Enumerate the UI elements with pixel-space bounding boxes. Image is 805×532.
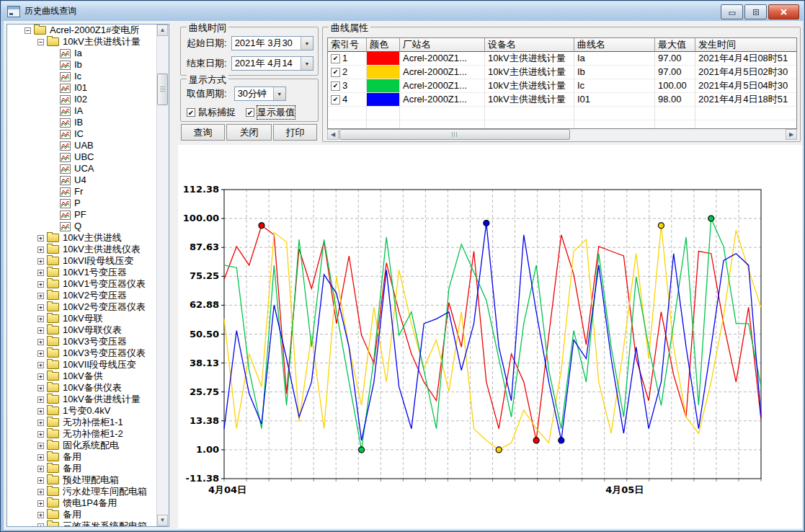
- table-row[interactable]: ✔1Acrel-2000Z1...10kV主供进线计量Ia97.002021年4…: [328, 52, 796, 66]
- expand-icon[interactable]: +: [37, 454, 44, 461]
- tree-item[interactable]: +10kV1号变压器: [7, 267, 157, 278]
- tree-item[interactable]: +10kV主供进线仪表: [7, 244, 157, 255]
- expand-icon[interactable]: +: [37, 477, 44, 484]
- tree-item[interactable]: +10kV备供仪表: [7, 382, 157, 394]
- chevron-down-icon[interactable]: ▼: [273, 87, 285, 100]
- checkbox-icon[interactable]: ✔: [187, 108, 195, 117]
- column-header[interactable]: 设备名: [485, 38, 574, 52]
- table-row[interactable]: ✔4Acrel-2000Z1...10kV主供进线计量I0198.002021年…: [328, 93, 796, 107]
- column-header[interactable]: 最大值: [655, 38, 695, 52]
- expand-icon[interactable]: +: [37, 270, 44, 276]
- column-header[interactable]: 索引号: [328, 38, 367, 52]
- column-header[interactable]: 发生时间: [695, 38, 797, 52]
- collapse-icon[interactable]: −: [25, 27, 31, 34]
- tree-item[interactable]: +三效蒸发系统配电箱: [7, 520, 157, 526]
- mouse-capture-checkbox[interactable]: ✔ 鼠标捕捉: [187, 106, 236, 119]
- row-checkbox[interactable]: ✔: [331, 54, 340, 63]
- expand-icon[interactable]: +: [37, 235, 44, 241]
- expand-icon[interactable]: +: [37, 443, 44, 449]
- tree-item[interactable]: +无功补偿柜1-1: [7, 417, 157, 428]
- query-button[interactable]: 查询: [181, 124, 225, 141]
- tree-item[interactable]: P: [7, 198, 157, 209]
- scroll-left-button[interactable]: ◀: [327, 129, 339, 140]
- tree-item[interactable]: I02: [7, 94, 157, 105]
- scroll-up-button[interactable]: ▲: [157, 25, 168, 36]
- expand-icon[interactable]: +: [37, 466, 44, 472]
- titlebar[interactable]: 历史曲线查询: [1, 1, 804, 21]
- tree-item[interactable]: UCA: [7, 163, 157, 174]
- row-checkbox[interactable]: ✔: [331, 68, 340, 77]
- row-checkbox[interactable]: ✔: [331, 81, 340, 91]
- tree-item[interactable]: Fr: [7, 186, 157, 198]
- expand-icon[interactable]: +: [37, 512, 44, 518]
- column-header[interactable]: 曲线名: [574, 38, 655, 52]
- close-dialog-button[interactable]: 关闭: [226, 124, 272, 141]
- tree-item[interactable]: UBC: [7, 151, 157, 163]
- table-row[interactable]: ✔3Acrel-2000Z1...10kV主供进线计量Ic100.002021年…: [328, 79, 796, 93]
- tree-item[interactable]: IB: [7, 117, 157, 128]
- tree-item[interactable]: IC: [7, 128, 157, 140]
- expand-icon[interactable]: +: [37, 327, 44, 334]
- tree-item[interactable]: +10kV母联: [7, 313, 157, 324]
- expand-icon[interactable]: +: [37, 258, 44, 265]
- expand-icon[interactable]: +: [37, 396, 44, 403]
- tree-item[interactable]: +预处理配电箱: [7, 474, 157, 486]
- tree-item[interactable]: +污水处理车间配电箱: [7, 486, 157, 497]
- tree-item[interactable]: Ib: [7, 59, 157, 71]
- expand-icon[interactable]: +: [37, 316, 44, 322]
- expand-icon[interactable]: +: [37, 489, 44, 495]
- tree-item[interactable]: +备用: [7, 509, 157, 520]
- tree-item[interactable]: +10kV1号变压器仪表: [7, 278, 157, 290]
- expand-icon[interactable]: +: [37, 408, 44, 414]
- print-button[interactable]: 打印: [273, 124, 317, 141]
- tree-item[interactable]: +无功补偿柜1-2: [7, 428, 157, 440]
- tree-item[interactable]: +10kV2号变压器仪表: [7, 301, 157, 313]
- expand-icon[interactable]: +: [37, 350, 44, 357]
- table-row[interactable]: ✔2Acrel-2000Z1...10kV主供进线计量Ib97.002021年4…: [328, 66, 796, 79]
- tree-item[interactable]: +10kV备供: [7, 371, 157, 382]
- tree-item[interactable]: PF: [7, 209, 157, 221]
- tree-item[interactable]: +备用: [7, 451, 157, 463]
- scroll-right-button[interactable]: ▶: [786, 129, 797, 140]
- expand-icon[interactable]: +: [37, 293, 44, 299]
- expand-icon[interactable]: +: [37, 281, 44, 288]
- tree-item[interactable]: UAB: [7, 140, 157, 151]
- expand-icon[interactable]: +: [37, 431, 44, 438]
- expand-icon[interactable]: +: [37, 420, 44, 426]
- checkbox-icon[interactable]: ✔: [246, 108, 254, 117]
- scroll-down-button[interactable]: ▼: [157, 515, 168, 526]
- expand-icon[interactable]: +: [37, 373, 44, 380]
- minimize-button[interactable]: [721, 4, 743, 19]
- tree-item[interactable]: +1号变0.4kV: [7, 405, 157, 417]
- tree-vertical-scrollbar[interactable]: ▲ ▼: [156, 25, 169, 526]
- tree-item[interactable]: Q: [7, 221, 157, 232]
- tree-item[interactable]: Ic: [7, 71, 157, 82]
- tree-item[interactable]: +固化系统配电: [7, 440, 157, 451]
- tree-item[interactable]: −Acrel-2000Z1#变电所: [7, 25, 157, 36]
- tree-item[interactable]: +10kV3号变压器: [7, 336, 157, 347]
- close-button[interactable]: [768, 4, 799, 19]
- chevron-down-icon[interactable]: ▼: [301, 37, 313, 50]
- expand-icon[interactable]: +: [37, 385, 44, 391]
- tree-item[interactable]: +10kV2号变压器: [7, 290, 157, 301]
- start-date-select[interactable]: 2021年 3月30 ▼: [231, 36, 313, 50]
- show-extremes-checkbox[interactable]: ✔ 显示最值: [246, 106, 295, 119]
- tree-item[interactable]: Ia: [7, 48, 157, 59]
- restore-button[interactable]: [744, 4, 767, 19]
- tree-item[interactable]: +10kV母联仪表: [7, 324, 157, 336]
- tree-item[interactable]: IA: [7, 105, 157, 117]
- column-header[interactable]: 颜色: [367, 38, 400, 52]
- tree-item[interactable]: I01: [7, 82, 157, 94]
- table-horizontal-scrollbar[interactable]: ◀ ▶: [327, 129, 797, 141]
- expand-icon[interactable]: +: [37, 500, 44, 507]
- period-select[interactable]: 30分钟 ▼: [234, 87, 286, 101]
- tree-item[interactable]: +10kVI段母线压变: [7, 255, 157, 267]
- tree-item[interactable]: +10kV主供进线: [7, 232, 157, 244]
- collapse-icon[interactable]: −: [37, 39, 44, 45]
- tree-item[interactable]: +10kV备供进线计量: [7, 394, 157, 405]
- column-header[interactable]: 厂站名: [400, 38, 485, 52]
- tree-item[interactable]: +备用: [7, 463, 157, 474]
- tree-item[interactable]: +10kV3号变压器仪表: [7, 347, 157, 359]
- tree-item[interactable]: −10kV主供进线计量: [7, 36, 157, 48]
- expand-icon[interactable]: +: [37, 339, 44, 345]
